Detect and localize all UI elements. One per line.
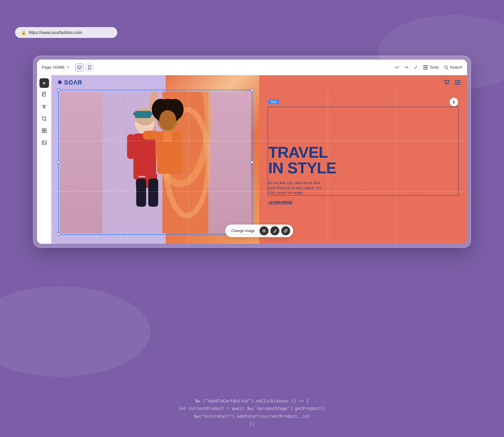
svg-point-43: [263, 230, 265, 232]
svg-point-2: [89, 68, 90, 69]
brand-logo: ✱ SOΛR: [57, 79, 82, 86]
tools-btn[interactable]: Tools: [423, 65, 438, 70]
mobile-view-btn[interactable]: [85, 63, 94, 72]
link-tool-btn[interactable]: [281, 226, 290, 235]
fullscreen-btn[interactable]: ⤢: [414, 64, 418, 70]
svg-rect-8: [43, 93, 45, 96]
change-image-btn[interactable]: Change image: [228, 228, 258, 234]
svg-point-10: [44, 105, 46, 107]
text-type-badge: Text: [268, 99, 279, 104]
brand-star-icon: ✱: [57, 79, 62, 86]
nav-right-icons: [444, 79, 461, 86]
svg-rect-5: [423, 69, 428, 70]
headline-line1: TRAVEL: [268, 144, 458, 160]
svg-rect-14: [42, 131, 44, 133]
bg-blob-left: [0, 287, 150, 377]
subtext: IN THE AIR, ON LAND OR AT SEA - OUR PROD…: [268, 181, 328, 196]
download-icon[interactable]: ⬇: [450, 98, 458, 106]
editor-area: +: [37, 75, 467, 244]
device-icons: [75, 63, 94, 72]
code-section: $w ("#addToCartButton").onClick(async ()…: [0, 398, 504, 428]
image-selection-box: [58, 90, 253, 235]
tools-label: Tools: [429, 65, 438, 70]
toolbar-left: Page: HOME ▾: [42, 63, 395, 72]
toolbar-right: ↩ ↪ ⤢ Tools Search: [395, 64, 462, 70]
search-btn[interactable]: Search: [444, 65, 462, 70]
svg-point-9: [42, 105, 44, 107]
learn-more-link[interactable]: LEARN MORE: [268, 200, 458, 205]
site-nav: ✱ SOΛR: [51, 75, 467, 90]
page-selector-chevron[interactable]: ▾: [67, 65, 69, 69]
svg-point-19: [448, 84, 449, 85]
add-element-btn[interactable]: +: [39, 78, 49, 88]
code-line-2: let currentProduct = await $w('#productP…: [0, 405, 504, 413]
svg-rect-12: [42, 129, 44, 130]
preview-left: [51, 75, 259, 244]
brand-name: SOΛR: [64, 79, 82, 86]
design-btn[interactable]: [39, 101, 50, 112]
preview-right: Text ⬇ TRAVEL IN STYLE IN THE AIR, ON LA…: [259, 75, 467, 244]
media-btn[interactable]: [39, 137, 50, 148]
svg-rect-0: [78, 66, 81, 68]
svg-rect-13: [45, 129, 46, 130]
handle-middle-right[interactable]: [250, 161, 254, 164]
browser-window: Page: HOME ▾: [37, 60, 467, 244]
headline-text[interactable]: TRAVEL IN STYLE: [268, 144, 458, 176]
edit-tool-btn[interactable]: [270, 226, 279, 235]
handle-middle-left[interactable]: [57, 161, 60, 164]
code-line-1: $w ("#addToCartButton").onClick(async ()…: [0, 398, 504, 405]
headline-line2: IN STYLE: [268, 160, 458, 176]
desktop-view-btn[interactable]: [75, 63, 84, 72]
search-label: Search: [450, 65, 462, 70]
svg-rect-4: [423, 67, 428, 68]
svg-point-18: [446, 84, 447, 85]
redo-btn[interactable]: ↪: [404, 64, 408, 70]
code-line-4: }): [0, 420, 504, 428]
editor-toolbar: Page: HOME ▾: [37, 60, 467, 75]
svg-point-11: [43, 107, 45, 108]
handle-bottom-left[interactable]: [57, 233, 60, 236]
svg-rect-3: [423, 65, 428, 66]
svg-rect-15: [45, 131, 46, 133]
website-preview: ✱ SOΛR: [51, 75, 467, 244]
code-line-3: $w("#storeCart").addToCart(currentProduc…: [0, 413, 504, 420]
url-text: https://www.sourfashion.com: [29, 30, 82, 35]
left-sidebar: +: [37, 75, 51, 244]
apps-btn[interactable]: [39, 125, 50, 136]
cart-icon[interactable]: [444, 79, 450, 86]
pages-btn[interactable]: [39, 89, 50, 100]
image-toolbar: Change image: [225, 225, 293, 237]
crop-btn[interactable]: [39, 113, 50, 124]
page-selector-label: Page: HOME: [42, 65, 65, 70]
mockup-container: Page: HOME ▾: [33, 56, 471, 248]
lock-icon: 🔒: [21, 30, 26, 35]
undo-btn[interactable]: ↩: [395, 64, 399, 70]
browser-url-bar: 🔒 https://www.sourfashion.com: [15, 27, 117, 38]
canvas-area: ✱ SOΛR: [51, 75, 467, 244]
hamburger-icon[interactable]: [454, 79, 461, 85]
settings-tool-btn[interactable]: [260, 226, 269, 235]
svg-rect-16: [42, 141, 46, 144]
